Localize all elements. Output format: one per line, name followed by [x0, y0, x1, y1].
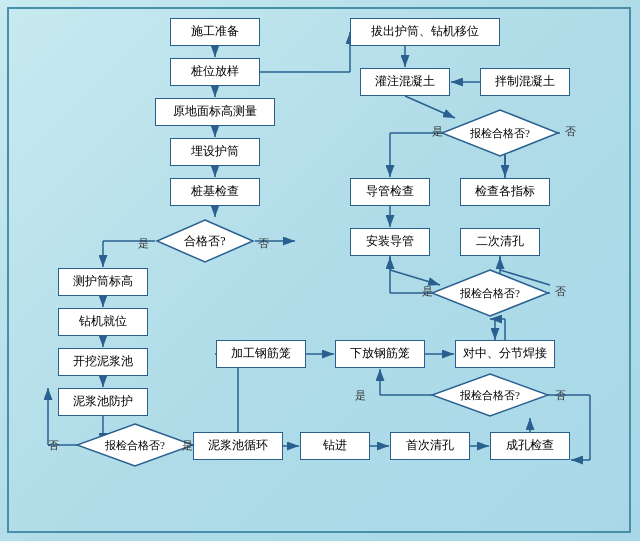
daoqian-jiancha-box: 导管检查	[350, 178, 430, 206]
shouchi-qingjin-box: 首次清孔	[390, 432, 470, 460]
baojian-hege-diamond-4: 报检合格否?	[75, 422, 195, 468]
baojian-hege-diamond-2: 报检合格否?	[430, 268, 550, 318]
nijiangjichi-fanghu-box: 泥浆池防护	[58, 388, 148, 416]
no-label-4: 否	[555, 388, 566, 403]
kaicai-nijiangjichi-box: 开挖泥浆池	[58, 348, 148, 376]
no-label-1: 否	[258, 236, 269, 251]
yes-label-3: 是	[422, 284, 433, 299]
erci-qingjin-box: 二次清孔	[460, 228, 540, 256]
hege-diamond-1: 合格否?	[155, 218, 255, 264]
yuandi-celiang-box: 原地面标高测量	[155, 98, 275, 126]
xiafang-ganglulong-box: 下放钢筋笼	[335, 340, 425, 368]
zuanjin-box: 钻进	[300, 432, 370, 460]
jiancha-gezhizhibiao-box: 检查各指标	[460, 178, 550, 206]
jianzhi-hunningtu-box: 拌制混凝土	[480, 68, 570, 96]
yes-label-4: 是	[355, 388, 366, 403]
no-label-3: 否	[555, 284, 566, 299]
flowchart: 施工准备 桩位放样 原地面标高测量 埋设护筒 桩基检查 测护筒标高 钻机就位 开…	[0, 0, 640, 541]
baojian-hege-diamond-1: 报检合格否?	[440, 108, 560, 158]
anzhuang-daoqian-box: 安装导管	[350, 228, 430, 256]
chengjin-jiancha-box: 成孔检查	[490, 432, 570, 460]
maidi-huguan-box: 埋设护筒	[170, 138, 260, 166]
yes-label-5: 是	[182, 438, 193, 453]
jiagong-ganglulong-box: 加工钢筋笼	[216, 340, 306, 368]
shigong-zhunbei-box: 施工准备	[170, 18, 260, 46]
zhuangji-jiancha-box: 桩基检查	[170, 178, 260, 206]
no-label-2: 否	[565, 124, 576, 139]
yes-label-2: 是	[432, 124, 443, 139]
duizhong-hanjie-box: 对中、分节焊接	[455, 340, 555, 368]
bache-hujin-box: 拔出护筒、钻机移位	[350, 18, 500, 46]
no-label-5: 否	[48, 438, 59, 453]
cehuguan-biaogao-box: 测护筒标高	[58, 268, 148, 296]
yes-label-1: 是	[138, 236, 149, 251]
zuanji-jiuwei-box: 钻机就位	[58, 308, 148, 336]
zhuiwei-fangyang-box: 桩位放样	[170, 58, 260, 86]
guanzhu-hunningtu-box: 灌注混凝土	[360, 68, 450, 96]
nijiangjichi-xunhuan-box: 泥浆池循环	[193, 432, 283, 460]
baojian-hege-diamond-3: 报检合格否?	[430, 372, 550, 418]
